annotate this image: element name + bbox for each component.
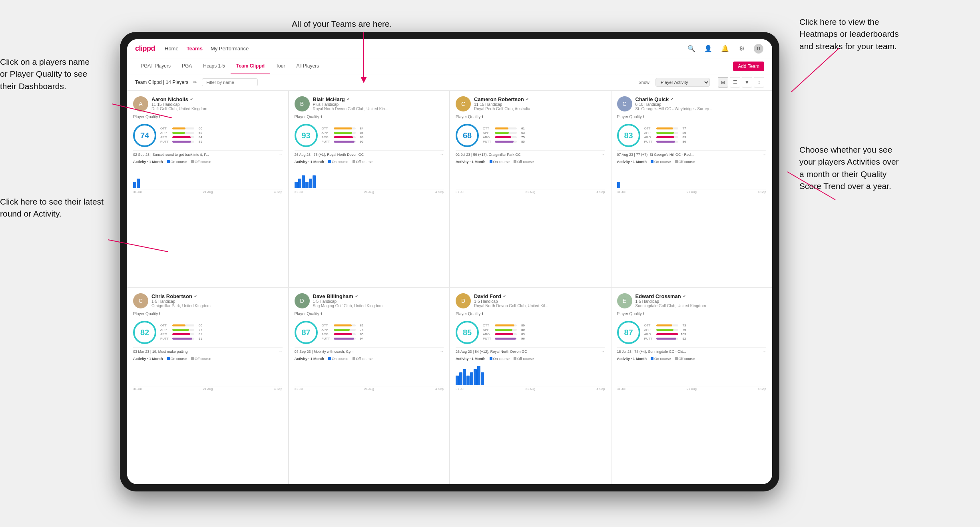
putt-fill (334, 338, 355, 340)
chart-bar (459, 372, 462, 385)
user-icon[interactable]: 👤 (703, 43, 714, 54)
quality-circle[interactable]: 87 (295, 321, 318, 344)
grid-view-icon[interactable]: ⊞ (718, 77, 728, 88)
quality-label: Player Quality ℹ (295, 312, 444, 316)
activity-title[interactable]: Activity · 1 Month (617, 357, 647, 361)
player-card[interactable]: A Aaron Nicholls ✓ 11-15 Handicap Drift … (127, 90, 289, 287)
round-arrow-link[interactable]: → (762, 349, 766, 354)
player-avatar[interactable]: A (133, 96, 148, 111)
tab-all-players[interactable]: All Players (291, 58, 325, 74)
chart-labels: 31 Jul 21 Aug 4 Sep (295, 190, 444, 194)
round-arrow-link[interactable]: → (440, 152, 444, 157)
player-card[interactable]: D David Ford ✓ 1-5 Handicap Royal North … (450, 287, 611, 484)
activity-title[interactable]: Activity · 1 Month (295, 160, 325, 164)
player-info: Chris Robertson ✓ 1-5 Handicap Craigmill… (151, 293, 283, 308)
player-avatar[interactable]: C (617, 96, 632, 111)
round-arrow-link[interactable]: → (601, 152, 605, 157)
ott-label: OTT (322, 127, 332, 130)
edit-icon[interactable]: ✏ (193, 80, 197, 85)
quality-circle[interactable]: 74 (133, 124, 156, 147)
round-arrow-link[interactable]: → (279, 349, 283, 354)
settings-icon[interactable]: ⚙ (736, 43, 747, 54)
player-avatar[interactable]: E (617, 293, 632, 308)
chart-labels: 31 Jul 21 Aug 4 Sep (456, 190, 605, 194)
nav-performance[interactable]: My Performance (211, 46, 249, 52)
player-card[interactable]: C Chris Robertson ✓ 1-5 Handicap Craigmi… (127, 287, 289, 484)
quality-circle[interactable]: 68 (456, 124, 479, 147)
quality-circle[interactable]: 82 (133, 321, 156, 344)
ott-label: OTT (483, 324, 493, 327)
player-club: St. George's Hill GC - Weybridge - Surre… (635, 107, 767, 111)
player-name[interactable]: Chris Robertson ✓ (151, 293, 283, 299)
sort-icon[interactable]: ↕ (754, 77, 764, 88)
chart-bar (298, 179, 301, 188)
tab-hcaps[interactable]: Hcaps 1-5 (197, 58, 231, 74)
player-club: Drift Golf Club, United Kingdom (151, 107, 283, 111)
activity-title[interactable]: Activity · 1 Month (295, 357, 325, 361)
player-card[interactable]: B Blair McHarg ✓ Plus Handicap Royal Nor… (289, 90, 450, 287)
player-avatar[interactable]: B (295, 96, 310, 111)
tab-pga[interactable]: PGA (176, 58, 197, 74)
quality-circle[interactable]: 85 (456, 321, 479, 344)
quality-circle[interactable]: 87 (617, 321, 640, 344)
tab-tour[interactable]: Tour (270, 58, 291, 74)
chart-bar (313, 175, 316, 188)
player-name[interactable]: Blair McHarg ✓ (313, 96, 444, 102)
player-card[interactable]: C Cameron Robertson ✓ 11-15 Handicap Roy… (450, 90, 611, 287)
activity-title[interactable]: Activity · 1 Month (617, 160, 647, 164)
player-name[interactable]: Aaron Nicholls ✓ (151, 96, 283, 102)
player-name[interactable]: Edward Crossman ✓ (635, 293, 767, 299)
player-avatar[interactable]: D (295, 293, 310, 308)
player-handicap: 6-10 Handicap (635, 102, 767, 107)
tab-team-clippd[interactable]: Team Clippd (231, 58, 270, 74)
avatar-icon[interactable]: U (753, 43, 764, 54)
bar-row-ott: OTT 77 (644, 127, 767, 130)
on-course-legend: On course (328, 160, 349, 164)
activity-title[interactable]: Activity · 1 Month (133, 357, 163, 361)
activity-title[interactable]: Activity · 1 Month (133, 160, 163, 164)
player-name[interactable]: Charlie Quick ✓ (635, 96, 767, 102)
round-arrow-link[interactable]: → (601, 349, 605, 354)
quality-label: Player Quality ℹ (133, 115, 283, 119)
player-card[interactable]: C Charlie Quick ✓ 6-10 Handicap St. Geor… (611, 90, 773, 287)
add-team-button[interactable]: Add Team (733, 62, 764, 71)
bell-icon[interactable]: 🔔 (719, 43, 731, 54)
player-header: A Aaron Nicholls ✓ 11-15 Handicap Drift … (133, 96, 283, 111)
activity-title[interactable]: Activity · 1 Month (456, 160, 486, 164)
latest-round-text: 26 Aug 23 | 73 (+1), Royal North Devon G… (295, 153, 440, 157)
app-label: APP (160, 131, 171, 135)
player-card[interactable]: E Edward Crossman ✓ 1-5 Handicap Sunning… (611, 287, 773, 484)
bar-row-ott: OTT 60 (160, 127, 283, 130)
search-icon[interactable]: 🔍 (686, 43, 697, 54)
player-avatar[interactable]: C (456, 96, 471, 111)
player-avatar[interactable]: D (456, 293, 471, 308)
round-arrow-link[interactable]: → (279, 152, 283, 157)
player-name[interactable]: Cameron Robertson ✓ (474, 96, 605, 102)
annotation-teams: All of your Teams are here. (292, 18, 392, 30)
quality-circle[interactable]: 83 (617, 124, 640, 147)
player-name[interactable]: David Ford ✓ (474, 293, 605, 299)
filter-input[interactable] (202, 78, 258, 86)
quality-bars: OTT 61 APP 63 ARG 75 PUTT 85 (483, 127, 605, 144)
quality-circle[interactable]: 93 (295, 124, 318, 147)
nav-home[interactable]: Home (165, 46, 179, 52)
nav-teams[interactable]: Teams (187, 46, 203, 52)
quality-bars: OTT 60 APP 58 ARG 84 PUTT 85 (160, 127, 283, 144)
list-view-icon[interactable]: ☰ (730, 77, 740, 88)
round-arrow-link[interactable]: → (762, 152, 766, 157)
ott-track (495, 324, 517, 326)
filter-icon[interactable]: ▼ (742, 77, 752, 88)
tab-pgat[interactable]: PGAT Players (135, 58, 176, 74)
ott-fill (656, 324, 672, 326)
activity-title[interactable]: Activity · 1 Month (456, 357, 486, 361)
nav-icons: 🔍 👤 🔔 ⚙ U (686, 43, 764, 54)
show-select[interactable]: Player Activity Quality Score Trend (655, 78, 710, 87)
player-club: Royal North Devon Golf Club, United Kin.… (313, 107, 444, 111)
logo[interactable]: clippd (135, 44, 155, 53)
player-card[interactable]: D Dave Billingham ✓ 1-5 Handicap Sog Mag… (289, 287, 450, 484)
ott-track (656, 324, 678, 326)
player-avatar[interactable]: C (133, 293, 148, 308)
round-arrow-link[interactable]: → (440, 349, 444, 354)
ott-fill (172, 127, 185, 129)
player-name[interactable]: Dave Billingham ✓ (313, 293, 444, 299)
